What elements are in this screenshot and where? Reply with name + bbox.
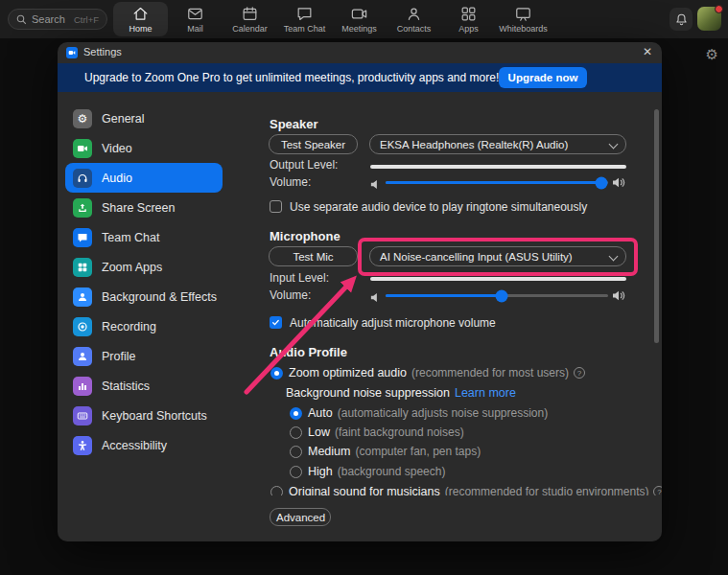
- app-root: Search Ctrl+F Home Mail Calendar Team Ch…: [0, 0, 728, 575]
- input-level-meter: [370, 277, 626, 281]
- bell-icon: [674, 12, 689, 27]
- nav-label: Team Chat: [284, 24, 326, 34]
- sidebar-item-label: Team Chat: [102, 231, 159, 244]
- nav-item-meetings[interactable]: Meetings: [332, 2, 387, 36]
- banner-text: Upgrade to Zoom One Pro to get unlimited…: [84, 71, 499, 84]
- learn-more-link[interactable]: Learn more: [455, 386, 516, 400]
- share-screen-icon: [73, 198, 92, 218]
- slider-thumb[interactable]: [495, 289, 507, 302]
- settings-window: Settings ✕ Upgrade to Zoom One Pro to ge…: [58, 42, 662, 541]
- nav-item-mail[interactable]: Mail: [168, 2, 223, 36]
- sidebar-item-accessibility[interactable]: Accessibility: [65, 430, 223, 460]
- sidebar-item-label: Statistics: [102, 380, 150, 393]
- option-desc: (background speech): [338, 465, 446, 478]
- whiteboards-icon: [514, 5, 532, 23]
- suppression-auto-radio[interactable]: [290, 407, 302, 420]
- headphones-icon: [73, 169, 92, 188]
- suppression-label: Background noise suppression: [286, 386, 450, 400]
- suppression-medium-radio[interactable]: [290, 446, 302, 458]
- suppression-row: Background noise suppression Learn more: [286, 386, 516, 400]
- search-shortcut: Ctrl+F: [74, 14, 99, 25]
- bar-chart-icon: [73, 377, 92, 396]
- nav-label: Apps: [458, 24, 479, 34]
- avatar[interactable]: [697, 7, 721, 31]
- apps-icon: [459, 5, 478, 23]
- original-sound-desc: (recommended for studio environments): [445, 485, 649, 495]
- test-speaker-button[interactable]: Test Speaker: [269, 134, 358, 154]
- keyboard-icon: [73, 406, 92, 426]
- upgrade-now-button[interactable]: Upgrade now: [499, 67, 587, 88]
- slider-thumb[interactable]: [596, 176, 608, 189]
- check-icon: [271, 318, 280, 327]
- nav-item-home[interactable]: Home: [113, 2, 168, 36]
- record-icon: [73, 317, 92, 336]
- zoom-optimized-radio[interactable]: [270, 367, 283, 380]
- settings-gear-icon[interactable]: ⚙: [706, 46, 718, 63]
- speaker-volume-slider[interactable]: [386, 181, 608, 184]
- nav-item-calendar[interactable]: Calendar: [223, 2, 277, 36]
- help-icon[interactable]: ?: [574, 367, 585, 379]
- sidebar-item-label: Zoom Apps: [102, 261, 162, 274]
- microphone-heading: Microphone: [270, 229, 341, 243]
- volume-high-icon: [612, 175, 625, 193]
- video-camera-icon: [73, 139, 92, 158]
- chevron-down-icon: [609, 140, 619, 150]
- window-titlebar: Settings ✕: [58, 42, 662, 63]
- help-icon[interactable]: ?: [653, 486, 662, 495]
- advanced-button[interactable]: Advanced: [270, 508, 331, 526]
- sidebar-item-profile[interactable]: Profile: [65, 341, 223, 371]
- sidebar-item-keyboard-shortcuts[interactable]: Keyboard Shortcuts: [65, 401, 223, 430]
- speaker-heading: Speaker: [270, 117, 318, 131]
- original-sound-radio[interactable]: [270, 486, 283, 495]
- person-icon: [73, 347, 92, 366]
- auto-adjust-checkbox[interactable]: [270, 316, 282, 329]
- scrollbar-thumb[interactable]: [654, 109, 659, 343]
- sidebar-item-team-chat[interactable]: Team Chat: [65, 222, 223, 252]
- search-input[interactable]: Search Ctrl+F: [8, 9, 107, 30]
- ringtone-checkbox[interactable]: [270, 200, 282, 213]
- nav-label: Mail: [187, 24, 203, 34]
- nav-item-apps[interactable]: Apps: [441, 2, 496, 36]
- audio-settings-panel: Speaker Test Speaker EKSA Headphones (Re…: [269, 92, 662, 541]
- nav-label: Meetings: [341, 24, 377, 34]
- sidebar-item-audio[interactable]: Audio: [65, 163, 223, 193]
- topbar: Search Ctrl+F Home Mail Calendar Team Ch…: [0, 0, 728, 38]
- zoom-optimized-desc: (recommended for most users): [411, 366, 569, 380]
- sidebar-item-recording[interactable]: Recording: [65, 311, 223, 341]
- option-label: Low: [308, 426, 330, 439]
- nav-item-contacts[interactable]: Contacts: [387, 2, 441, 36]
- speaker-device-dropdown[interactable]: EKSA Headphones (Realtek(R) Audio): [369, 134, 626, 154]
- chat-bubble-icon: [73, 228, 92, 247]
- settings-window-icon: [66, 47, 78, 58]
- mic-volume-slider[interactable]: [386, 294, 608, 297]
- test-mic-button[interactable]: Test Mic: [269, 246, 358, 266]
- suppression-auto-row: Auto (automatically adjusts noise suppre…: [308, 406, 548, 420]
- team-chat-icon: [295, 5, 314, 23]
- suppression-low-radio[interactable]: [290, 426, 302, 439]
- nav-label: Contacts: [397, 24, 432, 34]
- sidebar-item-statistics[interactable]: Statistics: [65, 371, 223, 401]
- sidebar-item-zoom-apps[interactable]: Zoom Apps: [65, 252, 223, 282]
- option-desc: (computer fan, pen taps): [355, 445, 481, 458]
- sidebar-item-background-effects[interactable]: Background & Effects: [65, 282, 223, 311]
- suppression-medium-row: Medium (computer fan, pen taps): [308, 445, 481, 458]
- notifications-button[interactable]: [669, 8, 693, 31]
- chevron-down-icon: [609, 252, 619, 262]
- microphone-device-dropdown[interactable]: AI Noise-cancelling Input (ASUS Utility): [369, 246, 626, 266]
- sidebar-item-general[interactable]: ⚙ General: [65, 104, 223, 133]
- nav-item-whiteboards[interactable]: Whiteboards: [496, 2, 551, 36]
- sidebar-item-share-screen[interactable]: Share Screen: [65, 193, 223, 222]
- speaker-volume-label: Volume:: [270, 175, 311, 189]
- suppression-high-radio[interactable]: [290, 466, 302, 478]
- settings-sidebar: ⚙ General Video Audio Share Screen Team …: [58, 92, 269, 541]
- nav-label: Calendar: [232, 24, 268, 34]
- mic-volume-label: Volume:: [270, 288, 311, 302]
- home-icon: [131, 5, 150, 23]
- sidebar-item-label: Profile: [102, 350, 135, 363]
- option-label: Medium: [308, 445, 350, 458]
- calendar-icon: [241, 5, 259, 23]
- close-icon[interactable]: ✕: [643, 45, 652, 58]
- sidebar-item-video[interactable]: Video: [65, 133, 223, 163]
- sidebar-item-label: Audio: [102, 172, 132, 185]
- nav-item-team-chat[interactable]: Team Chat: [277, 2, 332, 36]
